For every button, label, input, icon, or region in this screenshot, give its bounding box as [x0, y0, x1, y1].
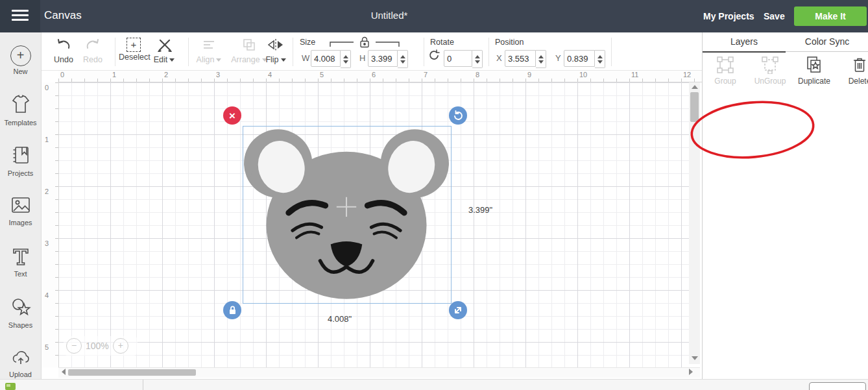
ruler-number: 5: [45, 343, 49, 351]
x-label: X: [496, 53, 502, 63]
make-it-button[interactable]: Make It: [794, 6, 867, 26]
ruler-number: 6: [372, 71, 376, 79]
ruler-number: 0: [60, 71, 64, 79]
ungroup-button[interactable]: UnGroup: [751, 56, 790, 86]
image-icon: [10, 195, 32, 215]
edit-pencils-icon: [156, 38, 173, 52]
ruler-number: 9: [527, 71, 531, 79]
tab-color-sync[interactable]: Color Sync: [786, 32, 868, 52]
scroll-left-arrow[interactable]: [62, 369, 66, 375]
edit-toolbar: Undo Redo + Deselect Edit Align Arrange: [41, 32, 702, 71]
partial-cutoff-button[interactable]: [809, 382, 866, 390]
lock-handle[interactable]: [223, 301, 241, 319]
delete-button[interactable]: Delete: [840, 56, 868, 86]
horizontal-ruler: 0123456789101112: [58, 70, 702, 82]
deselect-icon: +: [127, 38, 141, 52]
width-label: W: [302, 53, 309, 63]
my-projects-link[interactable]: My Projects: [703, 11, 754, 21]
ruler-number: 5: [320, 71, 324, 79]
zoom-out-button[interactable]: −: [66, 338, 82, 354]
ruler-number: 12: [683, 71, 691, 79]
sidebar-item-projects[interactable]: Projects: [0, 145, 41, 177]
ruler-number: 3: [216, 71, 220, 79]
book-icon: [10, 145, 31, 165]
y-label: Y: [555, 53, 561, 63]
toolbar-divider: [424, 38, 424, 66]
ruler-number: 0: [45, 84, 49, 91]
selection-bounding-box[interactable]: [243, 126, 452, 304]
resize-handle[interactable]: [449, 301, 467, 319]
hamburger-icon: [12, 10, 29, 23]
rotate-input[interactable]: [444, 50, 472, 67]
sidebar-item-new[interactable]: + New: [0, 45, 41, 75]
vertical-scrollbar[interactable]: [689, 82, 700, 364]
delete-handle[interactable]: ×: [223, 106, 241, 125]
vertical-scroll-thumb[interactable]: [690, 92, 699, 122]
height-stepper[interactable]: [398, 50, 408, 68]
ruler-number: 1: [45, 136, 49, 143]
zoom-in-button[interactable]: +: [113, 338, 128, 354]
ungroup-icon: [760, 56, 780, 74]
group-icon: [716, 56, 735, 74]
toolbar-divider: [115, 38, 115, 66]
toolbar-divider: [488, 38, 489, 66]
lock-icon: [227, 305, 237, 315]
ruler-number: 2: [164, 71, 168, 79]
group-button[interactable]: Group: [706, 56, 745, 86]
sidebar-item-upload[interactable]: Upload: [0, 347, 41, 378]
document-title[interactable]: Untitled*: [324, 10, 454, 21]
plus-circle-icon: +: [10, 45, 31, 66]
rotate-stepper[interactable]: [472, 50, 483, 68]
save-link[interactable]: Save: [764, 11, 785, 21]
ruler-number: 1: [112, 71, 116, 79]
position-y-stepper[interactable]: [595, 50, 605, 68]
rotate-handle[interactable]: [449, 106, 467, 125]
sidebar-item-shapes[interactable]: Shapes: [0, 297, 41, 329]
arrange-icon: [241, 38, 257, 52]
position-y-input[interactable]: [564, 50, 595, 67]
redo-button[interactable]: Redo: [80, 38, 106, 64]
ruler-number: 4: [45, 291, 49, 299]
duplicate-button[interactable]: Duplicate: [795, 56, 834, 86]
main-menu-button[interactable]: [0, 0, 40, 32]
size-section-label: Size: [300, 38, 315, 47]
sidebar-item-images[interactable]: Images: [0, 195, 41, 226]
deselect-button[interactable]: + Deselect: [119, 38, 149, 62]
duplicate-icon: [804, 56, 824, 74]
layers-panel: Layers Color Sync Group UnGroup Duplicat…: [702, 32, 868, 390]
sidebar-item-templates[interactable]: Templates: [0, 94, 41, 127]
sidebar-item-text[interactable]: Text: [0, 247, 41, 278]
tshirt-icon: [10, 94, 32, 115]
position-x-stepper[interactable]: [536, 50, 546, 68]
thumbnail-icon: [5, 383, 16, 390]
redo-icon: [84, 38, 101, 52]
selection-height-value: 3.399": [468, 205, 492, 215]
top-app-bar: Canvas Untitled* My Projects Save Make I…: [0, 0, 868, 32]
toolbar-divider: [293, 38, 293, 66]
page-title: Canvas: [44, 9, 82, 22]
close-icon: ×: [229, 110, 235, 121]
height-label: H: [359, 53, 365, 63]
edit-dropdown[interactable]: Edit: [150, 38, 178, 64]
shapes-icon: [10, 297, 31, 317]
ruler-number: 11: [631, 71, 638, 79]
undo-button[interactable]: Undo: [51, 38, 77, 64]
horizontal-scroll-thumb[interactable]: [68, 369, 196, 376]
tab-layers[interactable]: Layers: [703, 32, 786, 53]
scroll-down-arrow[interactable]: [692, 356, 698, 360]
height-input[interactable]: [368, 50, 398, 67]
width-stepper[interactable]: [341, 50, 351, 68]
flip-dropdown[interactable]: Flip: [261, 38, 290, 64]
align-dropdown[interactable]: Align: [192, 38, 226, 64]
zoom-control: − 100% +: [64, 336, 138, 356]
undo-icon: [55, 38, 72, 52]
size-lock-bracket-icon[interactable]: [329, 36, 400, 48]
resize-diagonal-icon: [453, 305, 463, 315]
scroll-up-arrow[interactable]: [692, 85, 698, 89]
width-input[interactable]: [311, 50, 341, 67]
align-icon: [201, 38, 217, 52]
text-icon: [11, 247, 30, 266]
bottom-strip-divider: [143, 380, 143, 390]
position-x-input[interactable]: [505, 50, 536, 67]
scroll-right-arrow[interactable]: [689, 369, 693, 375]
